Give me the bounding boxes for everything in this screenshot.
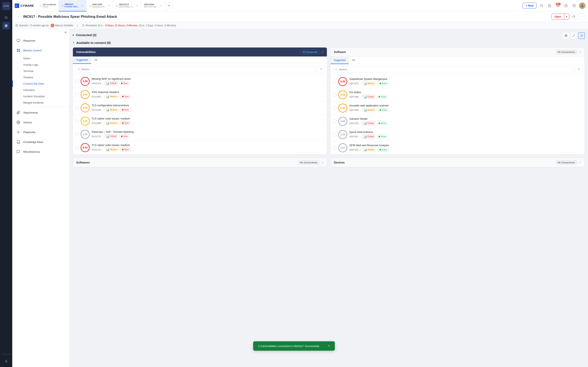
refresh-button[interactable]	[571, 13, 577, 20]
attachments-label: Attachments	[23, 111, 38, 114]
softwares-bottom-card: Softwares No Connections ⤢	[73, 158, 327, 167]
tab-inc3356-close[interactable]: ×	[108, 4, 111, 7]
software-title: Software	[334, 50, 346, 54]
sidebar-item-miscellaneous[interactable]: Miscellaneous	[12, 147, 69, 157]
software-badge: No Connections	[555, 50, 577, 54]
software-tab-suggested[interactable]: Suggested	[330, 57, 349, 64]
svg-rect-20	[17, 49, 18, 50]
expand-icon[interactable]	[571, 33, 577, 39]
devices-expand-icon[interactable]: ⤢	[579, 161, 581, 164]
svg-rect-37	[566, 36, 567, 37]
software-filter-button[interactable]	[576, 66, 582, 73]
table-row: 2.07 OFM Well and Reservoir Analysis #SF…	[330, 141, 585, 154]
cards-grid: Vulnerabilities 03 Connected ⤢ Suggested…	[73, 47, 585, 155]
sidebar-item-attachments[interactable]: Attachments	[12, 108, 69, 117]
software-expand-icon[interactable]: ⤢	[579, 50, 581, 54]
severity-badge-2: 📊 Medium	[104, 94, 119, 99]
sub-header: Opened • 5 months ago by M Marcus Schlei…	[12, 22, 588, 29]
softwares-bottom-expand-icon[interactable]: ⤢	[321, 161, 324, 164]
vuln-filter-button[interactable]	[318, 66, 324, 73]
available-section-header[interactable]: ▼ Available to connect (9)	[73, 41, 585, 44]
sidebar-item-playbooks[interactable]: Playbooks	[12, 127, 69, 137]
back-button[interactable]: ‹	[16, 14, 21, 20]
tab-inc0213-close[interactable]: ×	[136, 4, 139, 7]
new-button[interactable]: + New	[523, 3, 536, 8]
score-badge-6: 9.00	[81, 143, 90, 152]
sw-item-checkbox-4[interactable]	[333, 120, 336, 123]
sidebar-item-mission-control[interactable]: Mission Control	[12, 45, 69, 55]
vuln-item-checkbox-4[interactable]	[75, 119, 79, 123]
tab-inc3356[interactable]: #INC3356Suspicious IP... ×	[86, 0, 113, 11]
sidebar-toggle[interactable]	[12, 29, 69, 36]
tab-inc617-close[interactable]: ×	[81, 4, 84, 7]
vuln-badge: 03 Connected	[300, 50, 320, 54]
vuln-item-checkbox-5[interactable]	[75, 133, 79, 136]
avatar-small: M	[51, 24, 54, 27]
vuln-item-checkbox-1[interactable]	[75, 80, 79, 83]
open-status-button[interactable]: Open	[552, 14, 564, 20]
list-icon[interactable]	[578, 33, 585, 39]
notifications-icon[interactable]: 99+	[554, 2, 561, 9]
vuln-tab-suggested[interactable]: Suggested	[73, 57, 91, 64]
tab-inc0213[interactable]: #INC0213DDoS Attack O... ×	[113, 0, 141, 11]
powered-by-label: Powered by	[2, 353, 10, 355]
softwares-bottom-title: Softwares	[76, 161, 90, 164]
sidebar-sub-terminal[interactable]: Terminal	[12, 68, 69, 74]
score-badge-5: 2.00	[81, 130, 90, 139]
sidebar-item-response[interactable]: Response	[12, 36, 69, 45]
search-nav-icon[interactable]	[538, 2, 545, 9]
vuln-item-name-4: TLS cipher suite issues: medium	[92, 117, 324, 120]
knowledge-base-icon	[16, 139, 21, 145]
tab-inc3836-close[interactable]: ×	[160, 4, 163, 7]
connected-section-header[interactable]: ▶ Connected (2)	[73, 33, 96, 37]
sidebar-item-knowledge-base[interactable]: Knowledge Base	[12, 137, 69, 147]
shield-icon[interactable]	[2, 22, 10, 29]
tab-inc3836[interactable]: #INC3836Alert from Spl... ×	[141, 0, 165, 11]
vuln-item-checkbox-2[interactable]	[75, 93, 79, 96]
more-options-button[interactable]: ···	[578, 13, 585, 20]
svg-point-51	[336, 69, 337, 70]
mission-control-label: Mission Control	[23, 49, 42, 52]
sidebar-sub-timeline[interactable]: Timeline	[12, 74, 69, 81]
sidebar-sub-notes[interactable]: Notes	[12, 55, 69, 62]
content-area: Response Mission Control Notes Activity …	[12, 29, 588, 367]
tab-inc617[interactable]: #INC617Possible Malic... ×	[59, 0, 86, 11]
software-tab-all[interactable]: All	[349, 57, 358, 64]
vuln-search-input[interactable]	[81, 68, 314, 71]
svg-rect-12	[16, 25, 18, 26]
vuln-item-checkbox-3[interactable]	[75, 106, 79, 109]
menu-icon[interactable]	[2, 14, 10, 21]
user-avatar[interactable]	[579, 2, 586, 9]
sw-item-name-4: Xamarin Studio	[349, 117, 582, 120]
sw-item-checkbox-5[interactable]	[333, 133, 336, 136]
help-icon[interactable]	[571, 2, 577, 9]
vuln-tab-all[interactable]: All	[91, 57, 100, 64]
svg-point-24	[18, 122, 19, 123]
sw-item-checkbox-2[interactable]	[333, 93, 336, 96]
sidebar-item-actions[interactable]: Actions	[12, 117, 69, 127]
vuln-item-checkbox-6[interactable]	[75, 146, 79, 149]
sw-item-checkbox-3[interactable]	[333, 106, 336, 110]
open-status-dropdown[interactable]: ▾	[564, 14, 569, 20]
page-header: ‹ INC617 - Possible Malicious Spear Phis…	[12, 11, 588, 22]
sidebar-sub-connect-dots[interactable]: Connect the Dots	[12, 81, 69, 87]
sw-item-checkbox-1[interactable]	[333, 80, 336, 83]
sidebar-sub-merged-incidents[interactable]: Merged Incidents	[12, 100, 69, 106]
svg-point-11	[582, 4, 583, 6]
sw-item-checkbox-6[interactable]	[333, 146, 336, 150]
grid-icon[interactable]	[563, 33, 569, 39]
sidebar-sub-activity-logs[interactable]: Activity Logs	[12, 62, 69, 68]
sidebar-sub-incident-visualizer[interactable]: Incident Visualizer	[12, 93, 69, 100]
software-search-input[interactable]	[339, 68, 572, 71]
svg-marker-3	[5, 359, 8, 362]
cyware-logo: C CYWARE	[15, 3, 34, 8]
sidebar-sub-indicators[interactable]: Indicators	[12, 87, 69, 93]
toast-close-button[interactable]: ×	[328, 344, 330, 348]
spinner-icon[interactable]	[563, 2, 569, 9]
tab-all-incidents[interactable]: All IncidentsHome	[37, 0, 59, 11]
vuln-expand-icon[interactable]: ⤢	[321, 50, 324, 54]
tabs-more-button[interactable]: ▾	[166, 2, 173, 9]
vulnerabilities-card-header: Vulnerabilities 03 Connected ⤢	[73, 48, 327, 57]
checklist-icon[interactable]	[546, 2, 553, 9]
cyware-brand-text: CYWARE	[20, 4, 34, 7]
